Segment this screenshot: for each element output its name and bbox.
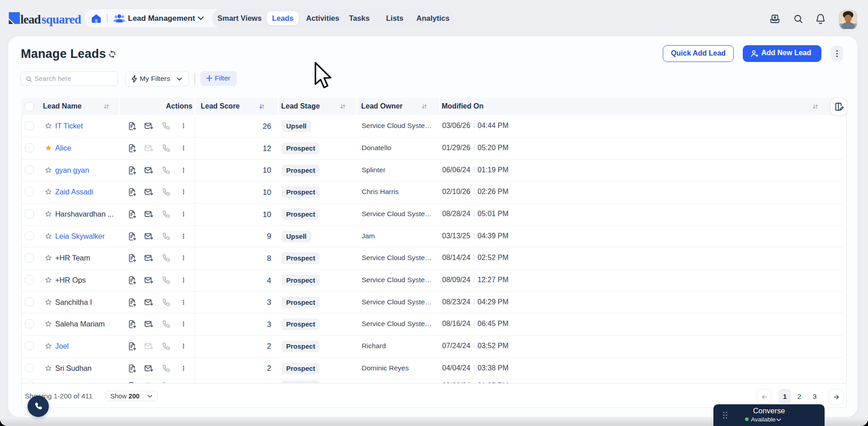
svg-text:lead: lead — [20, 13, 41, 26]
svg-text:squared: squared — [42, 13, 81, 26]
